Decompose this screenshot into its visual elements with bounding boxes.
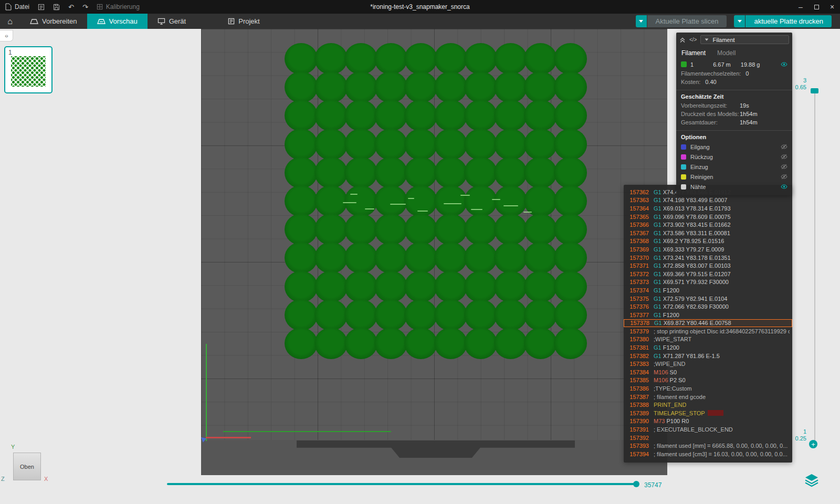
eye-off-icon[interactable] [781,163,788,170]
eye-off-icon[interactable] [781,143,788,150]
model-disc [374,299,407,331]
gcode-line[interactable]: 157390M73 P100 R0 [624,417,792,426]
undo-icon[interactable]: ↶ [68,3,74,11]
filament-changes-label: Filamentwechselzeiten: [681,70,741,77]
gcode-line[interactable]: 157382G1 X71.287 Y81.86 E-1.5 [624,352,792,360]
gcode-line[interactable]: 157389TIMELAPSE_STOP [624,409,792,417]
gcode-line[interactable]: 157364G1 X69.013 Y78.314 E.01793 [624,204,792,213]
gcode-line[interactable]: 157368G1 X69.2 Y78.925 E.01516 [624,237,792,246]
layers-icon[interactable] [805,474,818,487]
gcode-line[interactable]: 157375G1 X72.579 Y82.941 E.0104 [624,295,792,303]
save-icon[interactable] [53,4,60,10]
eye-off-icon[interactable] [781,173,788,180]
print-button[interactable]: aktuelle Platte drucken [746,15,832,27]
menu-datei[interactable]: Datei [5,3,29,10]
gcode-line[interactable]: 157377G1 F1200 [624,311,792,319]
model-disc [494,129,527,160]
view-cube[interactable]: Oben [13,453,41,480]
cost-value: 0.40 [705,79,716,85]
minimize-button[interactable]: – [793,0,808,14]
move-slider-track[interactable] [167,483,637,485]
gcode-line[interactable]: 157386;TYPE:Custom [624,384,792,393]
gcode-line[interactable]: 157376G1 X72.066 Y82.639 F30000 [624,302,792,311]
filament-row[interactable]: 1 6.67 m 19.88 g [676,59,792,69]
sidebar-collapse-button[interactable]: ‹› [0,30,13,41]
preview-icon [97,18,106,25]
gcode-line[interactable]: 157383;WIPE_END [624,360,792,368]
gcode-line[interactable]: 157392 [624,434,792,442]
model-disc [554,157,587,188]
option-label: Nähte [690,184,706,190]
model-disc [285,157,318,188]
gcode-line-number: 157386 [626,385,649,392]
gcode-line-text: G1 F1200 [654,344,679,351]
model-disc [374,271,407,302]
kalibrierung-button[interactable]: Kalibrierung [97,3,140,10]
tab-vorbereiten[interactable]: Vorbereiten [20,14,87,29]
printed-model[interactable] [286,45,585,358]
print-dropdown-caret[interactable] [734,15,745,27]
model-disc [374,100,407,131]
gcode-line[interactable]: 157385M106 P2 S0 [624,376,792,385]
option-row[interactable]: Nähte [676,182,792,192]
gcode-line[interactable]: 157374G1 F1200 [624,286,792,295]
option-row[interactable]: Rückzug [676,152,792,162]
layer-slider-top-handle[interactable] [811,88,818,93]
gcode-viewer-panel[interactable]: 157362G1 X74.477 Y83.566 E.01912157363G1… [624,185,792,463]
slice-dropdown-caret[interactable] [636,15,647,27]
layer-slider-track[interactable] [814,92,815,443]
gcode-line[interactable]: 157381G1 F1200 [624,343,792,352]
eye-icon[interactable] [781,61,788,68]
notes-icon[interactable] [38,4,45,10]
gcode-line[interactable]: 157367G1 X73.586 Y83.311 E.00081 [624,229,792,237]
slice-button[interactable]: Aktuelle Platte slicen [647,15,727,27]
gcode-line[interactable]: 157387; filament end gcode [624,393,792,401]
tab-projekt[interactable]: Projekt [218,14,269,29]
tab-filament[interactable]: Filament [681,49,706,57]
gcode-line[interactable]: 157393; filament used [mm] = 6665.88, 0.… [624,442,792,450]
plate-thumbnail-1[interactable]: 1 [4,46,52,93]
tab-geraet[interactable]: Gerät [148,14,196,29]
option-row[interactable]: Reinigen [676,172,792,182]
gcode-line[interactable]: 157391; EXECUTABLE_BLOCK_END [624,425,792,434]
eye-off-icon[interactable] [781,153,788,160]
gcode-line[interactable]: 157371G1 X72.858 Y83.007 E.00103 [624,261,792,270]
gcode-line[interactable]: 157363G1 X74.198 Y83.499 E.0007 [624,196,792,205]
viewport-3d[interactable] [201,29,667,475]
legend-dropdown[interactable]: Filament [700,35,789,44]
move-slider-handle[interactable] [633,481,639,487]
home-button[interactable]: ⌂ [0,14,20,29]
gcode-line[interactable]: 157380;WIPE_START [624,335,792,344]
model-disc [524,242,557,274]
model-disc [314,43,348,75]
gcode-line[interactable]: 157370G1 X73.241 Y83.178 E.01351 [624,254,792,262]
gcode-line[interactable]: 157366G1 X73.902 Y83.415 E.01662 [624,220,792,229]
gcode-line[interactable]: 157372G1 X69.366 Y79.515 E.01207 [624,270,792,278]
gcode-line[interactable]: 157384M106 S0 [624,368,792,376]
eye-icon[interactable] [781,183,788,190]
model-disc [344,43,377,75]
gcode-line[interactable]: 157378G1 X69.872 Y80.446 E.00758 [624,319,792,328]
option-row[interactable]: Eilgang [676,142,792,152]
gcode-line[interactable]: 157394; filament used [cm3] = 16.03, 0.0… [624,450,792,458]
tab-vorschau[interactable]: Vorschau [87,14,148,29]
gcode-line[interactable]: 157388PRINT_END [624,401,792,409]
option-row[interactable]: Einzug [676,162,792,172]
gcode-line[interactable]: 157373G1 X69.571 Y79.932 F30000 [624,278,792,287]
model-disc [374,71,407,103]
gcode-view-icon[interactable]: </> [689,37,697,43]
gcode-line[interactable]: 157365G1 X69.096 Y78.609 E.00075 [624,213,792,221]
tab-modell[interactable]: Modell [717,49,736,57]
gcode-marker [708,410,723,416]
gcode-line[interactable]: 157379; stop printing object Disc id:346… [624,327,792,335]
close-button[interactable]: × [824,0,840,14]
gcode-line[interactable]: 157369G1 X69.333 Y79.27 E.0009 [624,245,792,254]
gcode-line-text: G1 X71.287 Y81.86 E-1.5 [654,353,720,359]
model-disc [434,242,467,274]
add-pause-button[interactable]: + [809,440,817,448]
collapse-panel-icon[interactable] [679,37,686,43]
maximize-button[interactable] [808,0,824,14]
axis-z-label: Z [1,476,5,482]
model-disc [314,299,348,331]
redo-icon[interactable]: ↷ [82,3,88,11]
